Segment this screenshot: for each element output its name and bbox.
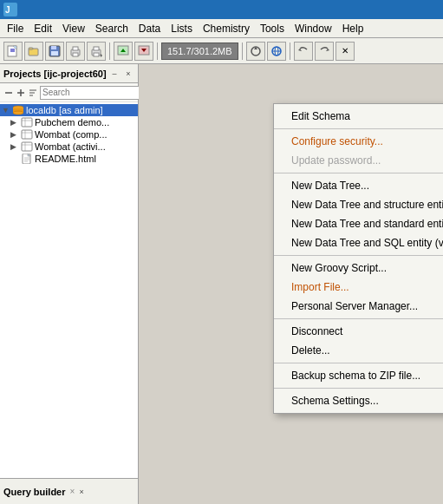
import-button[interactable] [114,42,133,61]
table-icon3 [21,141,33,152]
svg-rect-15 [94,47,99,50]
query-builder-close-button[interactable]: × [79,488,83,496]
svg-rect-9 [51,46,56,49]
ctx-edit-schema[interactable]: Edit Schema [274,107,443,126]
svg-rect-45 [22,142,32,151]
tree-expander-readme: ▶ [10,154,19,163]
network-button[interactable] [267,42,286,61]
svg-marker-17 [101,54,102,57]
menu-chemistry[interactable]: Chemistry [198,21,255,36]
panel-header: Projects [ijc-project60] – × [0,64,138,83]
svg-text:J: J [5,5,10,15]
ctx-separator-4 [274,318,443,319]
query-builder-panel: Query builder × × [0,478,138,504]
db-icon [12,105,24,115]
project-tree: ▼ localdb [as admin] ▶ Pubchem [0,102,138,478]
panel-close-button[interactable]: × [122,68,134,80]
svg-rect-12 [73,47,78,50]
ctx-update-password: Update password... [274,151,443,170]
toolbar-divider2 [157,43,158,60]
toolbar-divider1 [109,43,110,60]
ctx-schema-settings[interactable]: Schema Settings... [274,391,443,410]
app-icon: J [3,3,17,16]
main-toolbar: 151.7/301.2MB ✕ [0,38,443,64]
tree-item-wombat-comp[interactable]: ▶ Wombat (comp... [0,128,138,141]
ctx-new-groovy[interactable]: New Groovy Script... [274,259,443,278]
tree-expander-wombat-comp[interactable]: ▶ [10,130,19,139]
toolbar-divider3 [242,43,243,60]
tree-sort-button[interactable] [28,86,38,100]
ctx-separator-6 [274,388,443,389]
menu-edit[interactable]: Edit [29,21,57,36]
refresh-button[interactable] [246,42,265,61]
tree-item-wombat-activi[interactable]: ▶ Wombat (activi... [0,141,138,153]
print2-button[interactable] [87,42,106,61]
close-toolbar-button[interactable]: ✕ [336,42,355,61]
svg-rect-42 [22,130,32,139]
ctx-new-data-tree[interactable]: New Data Tree... [274,176,443,195]
tree-expander-pubchem[interactable]: ▶ [10,118,19,127]
menu-window[interactable]: Window [290,21,337,36]
ctx-new-data-tree-structure[interactable]: New Data Tree and structure entity (tabl… [274,195,443,214]
ctx-disconnect[interactable]: Disconnect [274,322,443,341]
panel-minimize-button[interactable]: – [108,68,121,80]
menu-file[interactable]: File [2,21,29,36]
tree-label-wombat-comp: Wombat (comp... [35,129,107,140]
main-area: Projects [ijc-project60] – × ▼ [0,64,443,504]
memory-counter: 151.7/301.2MB [161,43,238,60]
undo-button[interactable] [294,42,313,61]
panel-title: Projects [ijc-project60] [3,69,107,79]
projects-panel: Projects [ijc-project60] – × ▼ [0,64,139,504]
svg-marker-27 [326,49,329,51]
query-builder-title: Query builder [3,487,66,497]
tree-expander-localdb[interactable]: ▼ [2,106,10,115]
open-button[interactable] [24,42,43,61]
toolbar-divider4 [290,43,290,60]
menu-lists[interactable]: Lists [166,21,198,36]
ctx-separator-2 [274,173,443,173]
ctx-separator-1 [274,128,443,129]
tree-item-pubchem[interactable]: ▶ Pubchem demo... [0,116,138,128]
tree-label-localdb: localdb [as admin] [26,105,103,115]
new-button[interactable] [3,42,23,61]
svg-rect-39 [22,118,32,127]
tree-expand-button[interactable] [16,86,26,100]
ctx-import-file[interactable]: Import File... [274,278,443,297]
menu-help[interactable]: Help [337,21,369,36]
ctx-configure-security[interactable]: Configure security... [274,132,443,151]
ctx-separator-5 [274,363,443,363]
svg-rect-7 [29,48,33,49]
ctx-delete[interactable]: Delete... [274,341,443,360]
svg-rect-13 [73,53,78,56]
query-builder-separator: × [70,487,75,496]
svg-point-36 [13,111,23,115]
menu-bar: File Edit View Search Data Lists Chemist… [0,19,443,38]
svg-rect-16 [94,53,99,56]
table-icon2 [21,129,33,140]
svg-rect-10 [51,51,58,56]
tree-label-wombat-activi: Wombat (activi... [35,141,106,152]
ctx-personal-server[interactable]: Personal Server Manager... [274,297,443,316]
menu-tools[interactable]: Tools [255,21,290,36]
redo-button[interactable] [315,42,334,61]
tree-expander-wombat-activi[interactable]: ▶ [10,142,19,151]
tree-item-readme[interactable]: ▶ README.html [0,153,138,165]
ctx-new-data-tree-standard[interactable]: New Data Tree and standard entity (table… [274,214,443,233]
ctx-new-data-tree-sql[interactable]: New Data Tree and SQL entity (virtual vi… [274,233,443,252]
menu-data[interactable]: Data [134,21,166,36]
menu-search[interactable]: Search [90,21,134,36]
ctx-backup-schema[interactable]: Backup schema to ZIP file... [274,366,443,385]
export-button[interactable] [134,42,153,61]
panel-toolbar [0,83,138,102]
menu-view[interactable]: View [57,21,90,36]
tree-item-localdb[interactable]: ▼ localdb [as admin] [0,104,138,116]
save-button[interactable] [45,42,64,61]
tree-label-readme: README.html [35,154,96,164]
print-button[interactable] [66,42,85,61]
tree-collapse-button[interactable] [3,86,14,100]
title-bar: J [0,0,443,19]
table-icon [21,117,33,128]
file-icon [21,154,33,164]
tree-label-pubchem: Pubchem demo... [35,117,109,128]
ctx-separator-3 [274,255,443,256]
